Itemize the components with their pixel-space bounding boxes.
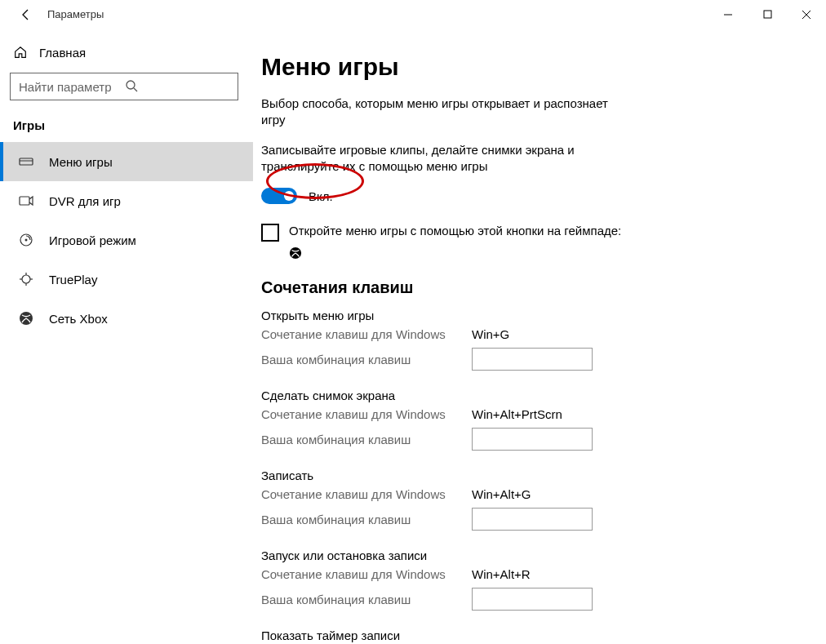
svg-rect-4 — [20, 158, 33, 165]
shortcut-group-title: Записать — [261, 469, 826, 482]
shortcut-windows-row: Сочетание клавиш для WindowsWin+Alt+G — [261, 487, 826, 501]
shortcut-user-row: Ваша комбинация клавиш — [261, 348, 826, 371]
sidebar-item-label: DVR для игр — [49, 194, 121, 208]
sidebar-item-dvr[interactable]: DVR для игр — [0, 181, 253, 220]
shortcut-group-title: Показать таймер записи — [261, 628, 826, 642]
xbox-icon — [18, 310, 34, 326]
shortcut-user-label: Ваша комбинация клавиш — [261, 593, 472, 606]
shortcut-group-title: Запуск или остановка записи — [261, 549, 826, 562]
dvr-icon — [18, 193, 34, 209]
search-icon — [125, 79, 231, 95]
content-area: Меню игры Выбор способа, которым меню иг… — [253, 29, 826, 644]
sidebar-item-game-bar[interactable]: Меню игры — [0, 142, 253, 181]
shortcut-windows-row: Сочетание клавиш для WindowsWin+Alt+R — [261, 567, 826, 581]
shortcut-user-row: Ваша комбинация клавиш — [261, 428, 826, 451]
gamepad-checkbox-label: Откройте меню игры с помощью этой кнопки… — [289, 224, 621, 238]
sidebar-item-label: TruePlay — [49, 273, 97, 286]
shortcut-windows-label: Сочетание клавиш для Windows — [261, 327, 472, 341]
shortcut-windows-value: Win+Alt+R — [472, 567, 531, 581]
back-button[interactable] — [10, 2, 42, 28]
toggle-knob — [284, 191, 294, 201]
shortcut-user-input[interactable] — [472, 508, 593, 531]
shortcut-windows-value: Win+G — [472, 327, 509, 341]
shortcut-windows-label: Сочетание клавиш для Windows — [261, 487, 472, 501]
svg-rect-6 — [20, 197, 29, 205]
sidebar-home-label: Главная — [39, 46, 86, 60]
svg-rect-1 — [764, 11, 771, 18]
shortcut-group: Открыть меню игрыСочетание клавиш для Wi… — [261, 309, 826, 371]
sidebar-item-label: Меню игры — [49, 155, 113, 169]
toggle-description: Записывайте игровые клипы, делайте снимк… — [261, 142, 620, 175]
window-title: Параметры — [47, 8, 104, 20]
search-input[interactable]: Найти параметр — [10, 73, 238, 100]
shortcut-user-row: Ваша комбинация клавиш — [261, 508, 826, 531]
close-icon — [802, 10, 811, 20]
maximize-button[interactable] — [748, 2, 787, 28]
sidebar: Главная Найти параметр Игры Меню игры — [0, 29, 253, 644]
game-mode-icon — [18, 232, 34, 248]
xbox-button-icon — [289, 246, 826, 262]
sidebar-item-label: Сеть Xbox — [49, 312, 108, 326]
shortcut-windows-row: Сочетание клавиш для WindowsWin+Alt+PrtS… — [261, 407, 826, 421]
shortcut-user-label: Ваша комбинация клавиш — [261, 353, 472, 366]
shortcut-windows-row: Сочетание клавиш для WindowsWin+G — [261, 327, 826, 341]
shortcut-windows-value: Win+Alt+PrtScrn — [472, 407, 562, 421]
titlebar: Параметры — [0, 0, 826, 29]
shortcut-group: Запуск или остановка записиСочетание кла… — [261, 549, 826, 611]
shortcut-group: Показать таймер записиСочетание клавиш д… — [261, 628, 826, 644]
shortcut-group-title: Сделать снимок экрана — [261, 389, 826, 402]
shortcut-group: Сделать снимок экранаСочетание клавиш дл… — [261, 389, 826, 451]
sidebar-item-home[interactable]: Главная — [0, 37, 253, 68]
sidebar-item-label: Игровой режим — [49, 233, 136, 247]
shortcut-windows-label: Сочетание клавиш для Windows — [261, 567, 472, 581]
close-button[interactable] — [787, 2, 826, 28]
minimize-button[interactable] — [708, 2, 748, 28]
toggle-state-label: Вкл. — [309, 189, 333, 203]
sidebar-section-label: Игры — [0, 112, 253, 142]
shortcut-user-input[interactable] — [472, 348, 593, 371]
search-placeholder: Найти параметр — [19, 80, 125, 94]
maximize-icon — [763, 10, 772, 19]
game-bar-icon — [18, 153, 34, 170]
shortcut-windows-value: Win+Alt+G — [472, 487, 531, 501]
shortcut-windows-label: Сочетание клавиш для Windows — [261, 407, 472, 421]
shortcut-user-input[interactable] — [472, 428, 593, 451]
svg-point-2 — [127, 81, 135, 89]
page-heading: Меню игры — [261, 53, 826, 81]
shortcuts-heading: Сочетания клавиш — [261, 278, 826, 297]
shortcut-user-input[interactable] — [472, 588, 593, 611]
trueplay-icon — [18, 271, 34, 287]
svg-point-9 — [22, 275, 30, 283]
sidebar-item-xbox-network[interactable]: Сеть Xbox — [0, 299, 253, 338]
shortcut-user-label: Ваша комбинация клавиш — [261, 433, 472, 446]
arrow-left-icon — [20, 8, 33, 21]
game-bar-toggle[interactable] — [261, 188, 297, 204]
sidebar-item-trueplay[interactable]: TruePlay — [0, 260, 253, 299]
gamepad-checkbox[interactable] — [261, 224, 279, 242]
shortcut-user-label: Ваша комбинация клавиш — [261, 513, 472, 526]
intro-text: Выбор способа, которым меню игры открыва… — [261, 95, 620, 129]
shortcut-group: ЗаписатьСочетание клавиш для WindowsWin+… — [261, 469, 826, 531]
shortcut-user-row: Ваша комбинация клавиш — [261, 588, 826, 611]
minimize-icon — [723, 10, 733, 20]
svg-point-8 — [25, 239, 28, 242]
sidebar-item-game-mode[interactable]: Игровой режим — [0, 220, 253, 260]
shortcut-group-title: Открыть меню игры — [261, 309, 826, 322]
svg-line-3 — [134, 88, 137, 91]
home-icon — [13, 45, 28, 60]
